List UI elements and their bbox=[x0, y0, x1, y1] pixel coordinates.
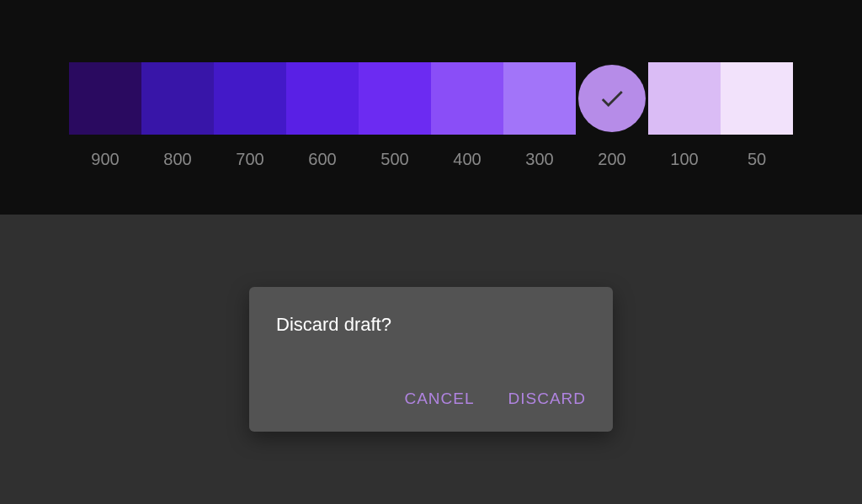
swatch-label-50: 50 bbox=[748, 150, 766, 169]
dialog-actions: Cancel Discard bbox=[249, 379, 613, 432]
swatch-container-200: 200 bbox=[576, 62, 648, 169]
color-swatch-900[interactable] bbox=[69, 62, 141, 135]
swatch-label-600: 600 bbox=[308, 150, 336, 169]
swatch-container-800: 800 bbox=[141, 62, 214, 169]
swatch-container-50: 50 bbox=[721, 62, 793, 169]
discard-dialog: Discard draft? Cancel Discard bbox=[249, 287, 613, 432]
palette-section: 90080070060050040030020010050 bbox=[0, 0, 862, 215]
swatch-label-400: 400 bbox=[453, 150, 481, 169]
swatch-label-100: 100 bbox=[670, 150, 698, 169]
check-icon bbox=[598, 84, 626, 113]
swatch-row: 90080070060050040030020010050 bbox=[69, 62, 793, 169]
color-swatch-800[interactable] bbox=[141, 62, 214, 135]
discard-button[interactable]: Discard bbox=[494, 379, 599, 418]
dialog-title: Discard draft? bbox=[249, 314, 613, 379]
color-swatch-200[interactable] bbox=[578, 65, 646, 132]
swatch-container-900: 900 bbox=[69, 62, 141, 169]
swatch-label-700: 700 bbox=[236, 150, 263, 169]
swatch-container-400: 400 bbox=[431, 62, 503, 169]
swatch-label-300: 300 bbox=[525, 150, 553, 169]
swatch-label-500: 500 bbox=[380, 150, 408, 169]
swatch-label-200: 200 bbox=[598, 150, 625, 169]
color-swatch-50[interactable] bbox=[721, 62, 793, 135]
swatch-container-500: 500 bbox=[359, 62, 431, 169]
color-swatch-700[interactable] bbox=[214, 62, 286, 135]
swatch-container-600: 600 bbox=[286, 62, 359, 169]
cancel-button[interactable]: Cancel bbox=[391, 379, 487, 418]
color-swatch-300[interactable] bbox=[503, 62, 576, 135]
swatch-label-900: 900 bbox=[91, 150, 119, 169]
color-swatch-100[interactable] bbox=[648, 62, 721, 135]
color-swatch-500[interactable] bbox=[359, 62, 431, 135]
preview-section: Discard draft? Cancel Discard bbox=[0, 215, 862, 504]
color-swatch-600[interactable] bbox=[286, 62, 359, 135]
swatch-label-800: 800 bbox=[163, 150, 191, 169]
color-swatch-400[interactable] bbox=[431, 62, 503, 135]
swatch-container-100: 100 bbox=[648, 62, 721, 169]
swatch-container-700: 700 bbox=[214, 62, 286, 169]
swatch-container-300: 300 bbox=[503, 62, 576, 169]
